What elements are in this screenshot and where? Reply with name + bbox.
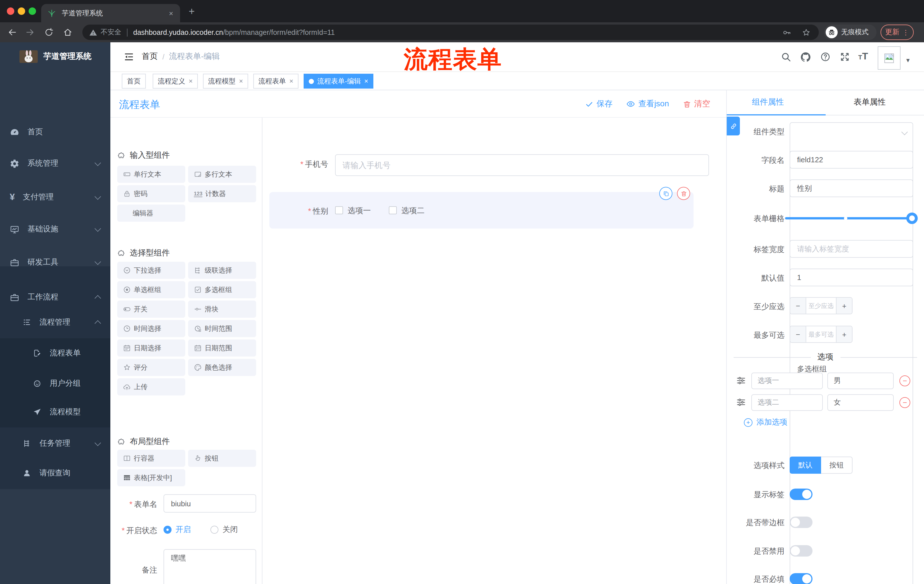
remove-option2-button[interactable]: − <box>899 397 910 408</box>
tab-close-icon[interactable]: × <box>169 9 173 17</box>
sidebar-item-leave-query[interactable]: 请假查询 <box>0 461 111 486</box>
avatar[interactable] <box>878 46 901 70</box>
border-toggle[interactable] <box>790 517 812 528</box>
label-width-input[interactable] <box>790 240 913 258</box>
duplicate-field-button[interactable] <box>659 187 672 200</box>
sidebar-item-workflow[interactable]: 工作流程 <box>0 285 111 310</box>
stepper-plus-button[interactable]: + <box>836 326 852 342</box>
required-toggle[interactable] <box>790 573 812 584</box>
bookmark-star-icon[interactable] <box>802 28 811 37</box>
add-option-button[interactable]: + 添加选项 <box>744 417 787 428</box>
save-button[interactable]: 保存 <box>585 99 613 109</box>
default-value-input[interactable] <box>790 268 913 286</box>
style-default-button[interactable]: 默认 <box>790 457 821 474</box>
component-date-range[interactable]: 日期范围 <box>188 339 256 357</box>
disabled-toggle[interactable] <box>790 545 812 556</box>
component-color-picker[interactable]: 颜色选择 <box>188 359 256 376</box>
tag-process-form[interactable]: 流程表单× <box>253 74 299 89</box>
sidebar-item-task-mgmt[interactable]: 任务管理 <box>0 431 111 456</box>
new-tab-button[interactable]: + <box>189 6 195 16</box>
gender-checkbox-2[interactable] <box>389 206 397 214</box>
option2-label-input[interactable] <box>751 394 823 411</box>
sidebar-item-process-model[interactable]: 流程模型 <box>0 400 111 424</box>
help-question-icon[interactable] <box>820 51 831 62</box>
gender-checkbox-1[interactable] <box>335 206 343 214</box>
component-editor[interactable]: 编辑器 <box>117 204 185 222</box>
breadcrumb-home[interactable]: 首页 <box>142 51 158 62</box>
component-upload[interactable]: 上传 <box>117 378 185 395</box>
min-select-placeholder[interactable]: 至少应选 <box>806 298 836 314</box>
sidebar-item-pay[interactable]: ¥ 支付管理 <box>0 184 111 210</box>
traffic-close-button[interactable] <box>7 7 14 15</box>
drag-handle-icon[interactable] <box>736 375 746 386</box>
option2-value-input[interactable] <box>827 394 894 411</box>
component-single-text[interactable]: 单行文本 <box>117 166 185 183</box>
grid-slider[interactable] <box>785 217 916 219</box>
remark-textarea[interactable]: 嘿嘿 <box>163 549 256 584</box>
view-json-button[interactable]: 查看json <box>626 99 669 109</box>
component-date-picker[interactable]: 日期选择 <box>117 339 185 357</box>
avatar-caret-icon[interactable]: ▼ <box>905 57 911 63</box>
option1-value-input[interactable] <box>827 373 894 389</box>
drag-handle-icon[interactable] <box>736 397 746 408</box>
component-row-container[interactable]: 行容器 <box>117 450 185 467</box>
traffic-minimize-button[interactable] <box>18 7 25 15</box>
tag-process-form-edit[interactable]: 流程表单-编辑× <box>304 74 373 89</box>
stepper-minus-button[interactable]: − <box>790 326 806 342</box>
forward-icon[interactable] <box>25 28 35 37</box>
stepper-minus-button[interactable]: − <box>790 298 806 314</box>
component-checkbox-group[interactable]: 多选框组 <box>188 281 256 298</box>
tag-home[interactable]: 首页 <box>122 74 146 89</box>
status-radio-off[interactable]: 关闭 <box>210 525 238 535</box>
remove-option1-button[interactable]: − <box>899 375 910 386</box>
search-icon[interactable] <box>780 51 791 62</box>
phone-input[interactable] <box>335 154 709 176</box>
component-multi-text[interactable]: 多行文本 <box>188 166 256 183</box>
component-rate[interactable]: 评分 <box>117 359 185 376</box>
max-select-placeholder[interactable]: 最多可选 <box>806 326 836 342</box>
traffic-zoom-button[interactable] <box>29 7 36 15</box>
sidebar-item-process-mgmt[interactable]: 流程管理 <box>0 310 111 335</box>
browser-update-button[interactable]: 更新 ⋮ <box>881 25 914 40</box>
clear-button[interactable]: 清空 <box>683 99 710 109</box>
show-label-toggle[interactable] <box>790 489 812 500</box>
component-password[interactable]: 密码 <box>117 185 185 202</box>
selected-gender-field[interactable]: 性别 选项一 选项二 <box>269 192 693 229</box>
title-input[interactable] <box>790 179 913 197</box>
sidebar-item-process-form[interactable]: 流程表单 <box>0 341 111 366</box>
tab-component-props[interactable]: 组件属性 <box>752 97 784 107</box>
sidebar-logo[interactable]: 芋道管理系统 <box>0 42 111 71</box>
gender-option-2-label[interactable]: 选项二 <box>401 206 424 216</box>
component-slider[interactable]: 滑块 <box>188 301 256 318</box>
tag-close-icon[interactable]: × <box>364 77 368 85</box>
tag-process-definition[interactable]: 流程定义× <box>153 74 198 89</box>
sidebar-item-dev[interactable]: 研发工具 <box>0 250 111 275</box>
stepper-plus-button[interactable]: + <box>836 298 852 314</box>
field-name-input[interactable] <box>790 151 913 169</box>
component-radio-group[interactable]: 单选框组 <box>117 281 185 298</box>
browser-menu-dots-icon[interactable]: ⋮ <box>902 28 909 36</box>
component-cascader[interactable]: 级联选择 <box>188 262 256 279</box>
slider-handle[interactable] <box>906 212 918 224</box>
sidebar-item-system[interactable]: 系统管理 <box>0 151 111 176</box>
sidebar-collapse-icon[interactable] <box>124 51 134 62</box>
reload-icon[interactable] <box>44 28 54 37</box>
home-icon[interactable] <box>63 28 73 37</box>
component-counter[interactable]: 123计数器 <box>188 185 256 202</box>
gender-option-1-label[interactable]: 选项一 <box>348 206 371 216</box>
browser-tab[interactable]: 芋道管理系统 × <box>41 4 180 22</box>
component-time-range[interactable]: 时间范围 <box>188 320 256 337</box>
security-label[interactable]: 不安全 <box>101 28 121 37</box>
component-time-picker[interactable]: 时间选择 <box>117 320 185 337</box>
component-dropdown[interactable]: 下拉选择 <box>117 262 185 279</box>
tag-close-icon[interactable]: × <box>239 77 243 85</box>
tag-close-icon[interactable]: × <box>189 77 193 85</box>
component-button[interactable]: 按钮 <box>188 450 256 467</box>
tab-form-props[interactable]: 表单属性 <box>854 97 886 107</box>
address-bar[interactable]: 不安全 dashboard.yudao.iocoder.cn/bpm/manag… <box>82 25 819 40</box>
component-switch[interactable]: 开关 <box>117 301 185 318</box>
github-icon[interactable] <box>800 51 811 63</box>
sidebar-item-user-group[interactable]: 用户分组 <box>0 371 111 396</box>
password-key-icon[interactable] <box>782 28 791 37</box>
form-name-input[interactable] <box>163 494 256 513</box>
